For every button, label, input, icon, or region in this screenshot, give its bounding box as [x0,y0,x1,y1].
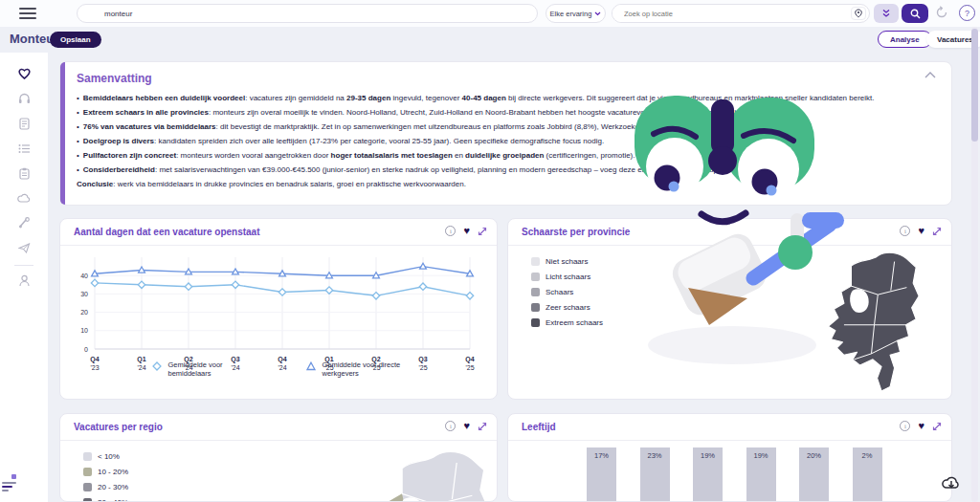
refresh-icon [935,6,948,19]
legend-swatch [531,303,540,312]
age-bar[interactable]: 2% [853,447,882,502]
filter-button[interactable] [2,480,16,493]
tab-analyse[interactable]: Analyse [878,31,932,48]
page-header: Monteur Opslaan Analyse Vacatures [0,27,980,54]
diamond-marker-icon [151,360,163,372]
refresh-button[interactable] [935,6,950,21]
svg-text:10: 10 [80,327,88,334]
legend-label: Zeer schaars [546,303,590,312]
collapse-summary-button[interactable] [924,72,936,78]
legend-row: Zeer schaars [531,299,603,315]
panel-header: Schaarste per provincie i ♥ [508,219,951,246]
age-bar[interactable]: 19% [746,447,776,502]
chevron-down-icon [594,11,601,16]
expand-icon[interactable] [478,227,487,236]
legend-swatch [83,468,92,476]
region-title: Vacatures per regio [74,422,163,432]
save-button[interactable]: Opslaan [50,32,101,48]
document-icon [19,118,30,130]
scrollbar-thumb[interactable] [971,29,978,142]
clipboard-icon [19,167,30,180]
legend-row: < 10% [83,448,128,464]
legend-label: Licht schaars [546,273,590,281]
help-button[interactable]: ? [959,5,975,21]
summary-panel: Samenvatting •Bemiddelaars hebben een du… [59,61,952,206]
panel-header: Vacatures per regio i ♥ [60,414,497,441]
sidebar [0,53,48,502]
scarcity-panel: Schaarste per provincie i ♥ Niet schaars… [507,218,952,400]
sidebar-item-support[interactable] [16,91,32,106]
info-icon[interactable]: i [900,226,910,236]
legend-swatch [531,288,540,296]
location-pin-button[interactable] [851,7,866,20]
panel-header: Leeftijd i ♥ [508,414,951,441]
legend-row: Extreem schaars [531,315,603,330]
summary-body: •Bemiddelaars hebben een duidelijk voord… [77,91,913,191]
summary-bullet: •Doelgroep is divers: kandidaten spreide… [77,134,913,148]
sidebar-item-tools[interactable] [16,215,32,230]
hamburger-menu-icon[interactable] [19,8,36,19]
age-bar[interactable]: 19% [693,447,723,502]
legend-item[interactable]: Gemiddelde voor directe werkgevers [305,360,407,378]
cloud-icon [17,193,31,203]
netherlands-map[interactable] [345,443,498,502]
sidebar-item-list[interactable] [16,141,32,156]
legend-swatch [531,318,540,327]
legend-item[interactable]: Gemiddelde voor bemiddelaars [151,360,253,378]
legend-row: 10 - 20% [83,464,128,479]
sidebar-item-documents[interactable] [16,116,32,131]
collapse-search-button[interactable] [874,4,899,23]
svg-text:30: 30 [80,291,88,297]
location-input[interactable] [612,5,840,22]
sidebar-item-campaigns[interactable] [16,240,32,255]
info-icon[interactable]: i [445,226,456,236]
summary-bullet: •Extreem schaars in alle provincies: mon… [77,105,913,120]
info-icon[interactable]: i [900,421,910,431]
sidebar-item-profile[interactable] [16,273,32,288]
favorite-heart-icon[interactable]: ♥ [918,421,924,431]
search-button[interactable] [902,4,928,23]
scrollbar-track[interactable] [971,27,978,502]
experience-select[interactable]: Elke ervaring [546,4,606,23]
expand-icon[interactable] [932,227,942,236]
cloud-download-icon [941,474,962,491]
summary-bullets: •Bemiddelaars hebben een duidelijk voord… [77,91,913,177]
svg-text:40: 40 [80,273,88,279]
svg-text:0: 0 [84,346,88,353]
scarcity-title: Schaarste per provincie [522,227,630,237]
send-icon [18,243,31,253]
info-icon[interactable]: i [445,421,456,431]
search-input[interactable] [77,4,538,23]
age-bar[interactable]: 23% [640,447,670,502]
favorite-heart-icon[interactable]: ♥ [463,226,470,236]
legend-swatch [531,257,540,266]
heart-icon [18,68,31,79]
sidebar-item-community[interactable] [16,190,32,206]
netherlands-map[interactable] [791,246,944,397]
favorite-heart-icon[interactable]: ♥ [463,421,470,431]
svg-text:20: 20 [80,309,88,316]
age-bar-label: 19% [746,451,776,460]
location-pin-icon [855,9,862,18]
expand-icon[interactable] [478,422,487,431]
filter-badge [11,474,16,479]
sidebar-item-reports[interactable] [16,165,32,181]
age-bar[interactable]: 17% [587,447,616,502]
legend-swatch [531,273,540,281]
brush-icon [18,217,31,229]
legend-row: Niet schaars [531,253,603,269]
age-bar[interactable]: 20% [799,447,829,502]
expand-icon[interactable] [932,422,942,431]
age-bar-label: 2% [853,451,882,460]
summary-bullet: •76% van vacatures via bemiddelaars: dit… [77,120,913,134]
open-days-line-chart: 010203040Q4'23Q1'24Q2'24Q3'24Q4'24Q1'25Q… [60,248,497,374]
age-bar-label: 23% [640,451,670,460]
summary-conclusion: Conclusie: werk via bemiddelaars in druk… [77,177,913,191]
sidebar-item-favorites[interactable] [16,66,32,81]
favorite-heart-icon[interactable]: ♥ [918,226,924,236]
download-cloud-button[interactable] [941,474,962,494]
location-input-wrap [612,4,870,23]
legend-row: Schaars [531,284,603,299]
topbar: Elke ervaring ? [0,0,980,27]
legend-row: 30 - 40% [83,494,128,502]
